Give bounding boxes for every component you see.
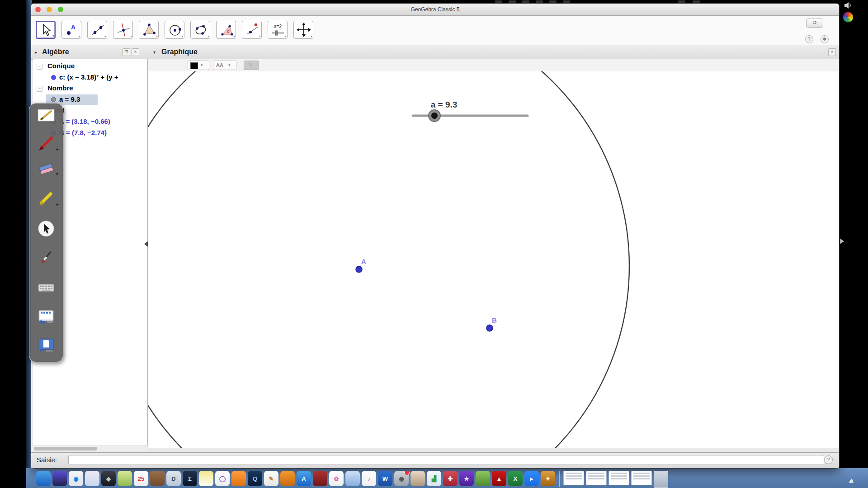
- collapse-section-icon[interactable]: −: [37, 64, 42, 70]
- dock-item-launchpad[interactable]: ◆: [101, 471, 116, 486]
- input-field[interactable]: [68, 455, 824, 465]
- pen-tablet-tool[interactable]: [37, 106, 55, 124]
- point-A[interactable]: [356, 266, 362, 272]
- circle-tool-button[interactable]: ▾: [165, 21, 184, 39]
- dock-item-chart[interactable]: ▟: [427, 471, 441, 486]
- red-pen-tool[interactable]: [37, 135, 55, 153]
- minimized-window-thumbnail[interactable]: [631, 471, 652, 485]
- dock-item-grapher[interactable]: Σ: [183, 471, 197, 486]
- tool-flyout-arrow-icon[interactable]: ▾: [311, 35, 312, 38]
- tool-flyout-arrow-icon[interactable]: ▾: [259, 35, 261, 38]
- settings-button[interactable]: ✱: [821, 35, 829, 43]
- input-help-button[interactable]: ?: [824, 455, 833, 464]
- tool-flyout-arrow-icon[interactable]: ▾: [79, 35, 80, 38]
- dock-item-appstore[interactable]: A: [297, 471, 311, 486]
- tool-flyout-arrow-icon[interactable]: ▾: [156, 35, 158, 38]
- dock-item-bricks[interactable]: [313, 471, 327, 486]
- panel-resize-arrow-icon[interactable]: [144, 241, 148, 247]
- brush-tool[interactable]: [37, 248, 55, 266]
- screen-share-tool[interactable]: [37, 336, 55, 354]
- point-B[interactable]: [486, 325, 493, 331]
- dock-item-contacts[interactable]: [150, 471, 165, 486]
- color-swatch-button[interactable]: ▾: [188, 61, 209, 70]
- presentation-tool[interactable]: [37, 308, 55, 326]
- cursor-tool[interactable]: [37, 220, 55, 238]
- dock-item-maps[interactable]: [118, 471, 132, 486]
- visibility-marble[interactable]: [51, 97, 56, 102]
- eraser-tool[interactable]: [37, 160, 55, 178]
- highlighter-tool[interactable]: [37, 190, 55, 208]
- tool-flyout-arrow-icon[interactable]: ▾: [104, 35, 106, 38]
- dock-item-preview[interactable]: [85, 471, 99, 486]
- slider-knob-center[interactable]: [431, 113, 438, 119]
- algebra-collapse-icon[interactable]: ▸: [35, 50, 37, 55]
- text-style-button[interactable]: AA ▾: [213, 61, 236, 70]
- graphics-collapse-icon[interactable]: ▾: [153, 50, 156, 55]
- dock-item-keynote[interactable]: [280, 471, 295, 486]
- minimized-window-thumbnail[interactable]: [563, 471, 584, 485]
- tool-flyout-arrow-icon[interactable]: ▾: [52, 34, 54, 38]
- trash-icon[interactable]: [654, 471, 668, 488]
- graphics-close-icon[interactable]: ×: [828, 48, 836, 56]
- dock-item-dictionary[interactable]: D: [166, 471, 181, 486]
- minimized-window-thumbnail[interactable]: [609, 471, 629, 485]
- dock-item-app-wheel[interactable]: ◉: [394, 471, 409, 486]
- recorder-icon: [843, 12, 854, 23]
- visibility-marble[interactable]: [51, 75, 56, 80]
- algebra-item-row[interactable]: c: (x − 3.18)² + (y +: [33, 73, 147, 83]
- keyboard-tool[interactable]: [37, 279, 55, 297]
- point-tool-button[interactable]: A▾: [61, 21, 81, 39]
- flyout-arrow-icon[interactable]: ▸: [57, 202, 59, 206]
- polygon-tool-button[interactable]: ▾: [139, 21, 159, 39]
- dock-item-photos[interactable]: ✿: [329, 471, 344, 486]
- algebra-close-icon[interactable]: ×: [132, 48, 139, 56]
- conic-circle[interactable]: [148, 71, 629, 448]
- flyout-arrow-icon[interactable]: ▸: [57, 171, 59, 176]
- minimized-window-thumbnail[interactable]: [586, 471, 607, 485]
- dock-item-itunes[interactable]: ♪: [362, 471, 376, 486]
- dock-item-ibooks[interactable]: [231, 471, 246, 486]
- dock-item-acrobat[interactable]: ▲: [492, 471, 506, 486]
- dock-item-zoom[interactable]: ▸: [524, 471, 539, 486]
- dock-item-red-tool[interactable]: ✚: [443, 471, 458, 486]
- dock-item-calendar[interactable]: 25: [134, 471, 148, 486]
- dock-item-safari[interactable]: ◉: [69, 471, 83, 486]
- dock-item-word[interactable]: W: [378, 471, 392, 486]
- dock-item-siri[interactable]: [52, 471, 67, 486]
- help-button[interactable]: ?: [805, 35, 813, 43]
- dock-item-excel[interactable]: X: [508, 471, 523, 486]
- collapse-section-icon[interactable]: −: [37, 86, 42, 92]
- undo-button[interactable]: ↺: [806, 19, 823, 28]
- angle-tool-button[interactable]: α▾: [216, 21, 236, 39]
- dock-item-textedit[interactable]: ✎: [264, 471, 278, 486]
- flyout-arrow-icon[interactable]: ▸: [57, 147, 59, 151]
- dock-item-finder[interactable]: [36, 471, 51, 486]
- slider-tool-button[interactable]: a=2▾: [268, 21, 288, 39]
- perpendicular-line-tool-button[interactable]: ▾: [113, 21, 133, 39]
- dock-item-star[interactable]: ★: [459, 471, 474, 486]
- dock-item-geogebra[interactable]: ◯: [215, 471, 230, 486]
- move-view-tool-button[interactable]: ▾: [293, 21, 313, 39]
- titlebar[interactable]: GeoGebra Classic 5: [31, 4, 839, 16]
- section-label: Conique: [47, 62, 75, 70]
- tool-flyout-arrow-icon[interactable]: ▾: [130, 35, 132, 38]
- algebra-detach-icon[interactable]: ⊡: [123, 48, 130, 56]
- tool-flyout-arrow-icon[interactable]: ▾: [285, 35, 287, 38]
- scrollbar-thumb[interactable]: [34, 447, 97, 450]
- conic-tool-button[interactable]: ▾: [190, 21, 210, 39]
- line-tool-button[interactable]: ▾: [87, 21, 107, 39]
- move-tool-button[interactable]: ▾: [36, 21, 56, 39]
- dock-item-green-photo[interactable]: [476, 471, 490, 486]
- tool-flyout-arrow-icon[interactable]: ▾: [233, 35, 235, 38]
- point-B-label: B: [492, 316, 497, 324]
- tool-flyout-arrow-icon[interactable]: ▾: [208, 35, 209, 38]
- dock-item-pages-image[interactable]: [345, 471, 360, 486]
- dock-item-quicktime[interactable]: Q: [248, 471, 262, 486]
- algebra-scrollbar[interactable]: [33, 446, 147, 451]
- dock-item-notes[interactable]: [199, 471, 213, 486]
- dock-item-palette-tool[interactable]: [410, 471, 425, 486]
- graphics-view[interactable]: a = 9.3AB: [148, 71, 839, 448]
- dock-item-utilities[interactable]: ✦: [541, 471, 555, 486]
- reflect-tool-button[interactable]: ▾: [242, 21, 262, 39]
- tool-flyout-arrow-icon[interactable]: ▾: [182, 35, 184, 38]
